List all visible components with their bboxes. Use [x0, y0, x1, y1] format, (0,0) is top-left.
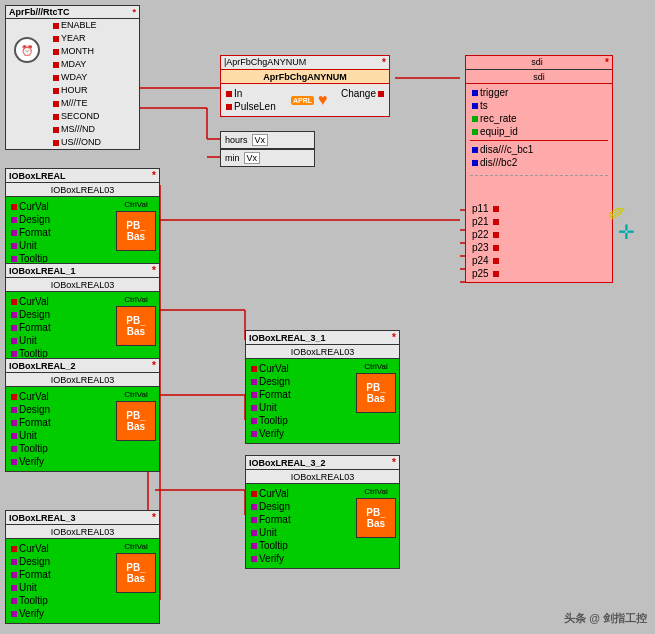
iobox-3-tooltip: Tooltip [9, 594, 113, 607]
iobox-0-unit: Unit [9, 239, 113, 252]
pin-p21-dot [493, 219, 499, 225]
iobox-3-2-tooltip: Tooltip [249, 539, 353, 552]
iobox-2-design: Design [9, 403, 113, 416]
min-label: min [225, 153, 240, 163]
heart-icon: ♥ [318, 91, 328, 109]
hours-value: Vx [252, 134, 269, 146]
iobox-1-title-text: IOBoxLREAL_1 [9, 266, 76, 276]
iobox-3-subtitle: IOBoxLREAL03 [6, 525, 159, 539]
pin-design-3-dot [11, 559, 17, 565]
iobox-1-subtitle: IOBoxLREAL03 [6, 278, 159, 292]
pin-tooltip-2-dot [11, 446, 17, 452]
aprl-badge: APRL [291, 96, 314, 105]
pin-curval-3-1-dot [251, 366, 257, 372]
iobox-3-1-subtitle: IOBoxLREAL03 [246, 345, 399, 359]
iobox-3-curval: CurVal [9, 542, 113, 555]
pin-design-2-dot [11, 407, 17, 413]
pin-curval-3-dot [11, 546, 17, 552]
iobox-3-1-block: IOBoxLREAL_3_1 * IOBoxLREAL03 CurVal Des… [245, 330, 400, 444]
iobox-1-pb-bas: PB_Bas [116, 306, 156, 346]
iobox-3-title: IOBoxLREAL_3 * [6, 511, 159, 525]
pin-format-3-1-dot [251, 392, 257, 398]
min-input-block[interactable]: min Vx [220, 149, 315, 167]
iobox-3-1-verify: Verify [249, 427, 353, 440]
iobox-3-2-title: IOBoxLREAL_3_2 * [246, 456, 399, 470]
iobox-3-2-right: CtrlVal PB_Bas [356, 487, 396, 565]
iobox-1-design: Design [9, 308, 113, 321]
sdi-pin-equipid: equip_id [470, 125, 608, 138]
pin-curval-1-dot [11, 299, 17, 305]
sdi-p22: p22 [470, 228, 608, 241]
clock-icon: ⏰ [14, 37, 40, 63]
pin-enable: ENABLE [51, 19, 139, 32]
iobox-2-asterisk: * [152, 360, 156, 371]
iobox-0-ctrlval-label: CtrlVal [124, 200, 147, 209]
pin-verify-3-dot [11, 611, 17, 617]
iobox-0-asterisk: * [152, 170, 156, 181]
iobox-3-2-pb-bas: PB_Bas [356, 498, 396, 538]
iobox-3-left-pins: CurVal Design Format Unit Tooltip Verify [9, 542, 113, 620]
pin-hour: HOUR [51, 84, 139, 97]
iobox-2-subtitle: IOBoxLREAL03 [6, 373, 159, 387]
sdi-block: sdi * sdi trigger ts rec_rate equip_id d… [465, 55, 613, 283]
hours-input-block[interactable]: hours Vx [220, 131, 315, 149]
sdi-pins: trigger ts rec_rate equip_id disa///c_bc… [466, 84, 612, 180]
sdi-pin-recrate: rec_rate [470, 112, 608, 125]
pin-design-1-dot [11, 312, 17, 318]
pin-recrate-dot [472, 116, 478, 122]
pin-equipid-dot [472, 129, 478, 135]
pin-msnd: MS///ND [51, 123, 139, 136]
aprfbchg-body: In PulseLen APRL ♥ Change [221, 84, 389, 116]
pin-format-0-dot [11, 230, 17, 236]
pin-tooltip-3-1-dot [251, 418, 257, 424]
pin-unit-3-1-dot [251, 405, 257, 411]
iobox-2-title-text: IOBoxLREAL_2 [9, 361, 76, 371]
pin-p22-dot [493, 232, 499, 238]
iobox-3-body: CurVal Design Format Unit Tooltip Verify… [6, 539, 159, 623]
pin-curval-3-2-dot [251, 491, 257, 497]
sdi-subtitle-text: sdi [533, 72, 545, 82]
sdi-pin-trigger: trigger [470, 86, 608, 99]
iobox-3-1-curval: CurVal [249, 362, 353, 375]
iobox-3-2-verify: Verify [249, 552, 353, 565]
rtc-title-bar: AprFb///RtcTC * [6, 6, 139, 19]
aprfbchg-in: In [224, 87, 278, 100]
iobox-3-2-format: Format [249, 513, 353, 526]
pin-wday: WDAY [51, 71, 139, 84]
sdi-dashed-line [470, 173, 608, 176]
iobox-3-2-ctrlval-label: CtrlVal [364, 487, 387, 496]
pin-curval-2-dot [11, 394, 17, 400]
iobox-1-asterisk: * [152, 265, 156, 276]
iobox-2-body: CurVal Design Format Unit Tooltip Verify… [6, 387, 159, 471]
sdi-output-pins: p11 p21 p22 p23 p24 p25 [466, 200, 612, 282]
pin-mte-dot [53, 101, 59, 107]
iobox-2-pb-bas: PB_Bas [116, 401, 156, 441]
pin-month: MONTH [51, 45, 139, 58]
pin-in-dot [226, 91, 232, 97]
iobox-0-pb-bas: PB_Bas [116, 211, 156, 251]
iobox-2-right: CtrlVal PB_Bas [116, 390, 156, 468]
pin-p23-dot [493, 245, 499, 251]
iobox-3-2-left-pins: CurVal Design Format Unit Tooltip Verify [249, 487, 353, 565]
pin-usond: US///OND [51, 136, 139, 149]
pin-unit-1-dot [11, 338, 17, 344]
iobox-2-format: Format [9, 416, 113, 429]
iobox-2-tooltip: Tooltip [9, 442, 113, 455]
pin-format-1-dot [11, 325, 17, 331]
move-icon: ✛ [618, 220, 635, 244]
pin-trigger-dot [472, 90, 478, 96]
sdi-p21: p21 [470, 215, 608, 228]
aprfbchg-asterisk: * [382, 57, 386, 68]
sdi-pin-disa: disa///c_bc1 [470, 143, 608, 156]
aprfbchg-badge-area: APRL ♥ [289, 87, 328, 113]
aprfbchg-change: Change [339, 87, 386, 100]
pin-design-3-2-dot [251, 504, 257, 510]
pin-usond-dot [53, 140, 59, 146]
sdi-p25: p25 [470, 267, 608, 280]
pin-mday: MDAY [51, 58, 139, 71]
iobox-3-format: Format [9, 568, 113, 581]
pin-verify-3-2-dot [251, 556, 257, 562]
iobox-0-design: Design [9, 213, 113, 226]
aprfbchg-subtitle: AprFbChgANYNUM [221, 70, 389, 84]
pin-second: SECOND [51, 110, 139, 123]
